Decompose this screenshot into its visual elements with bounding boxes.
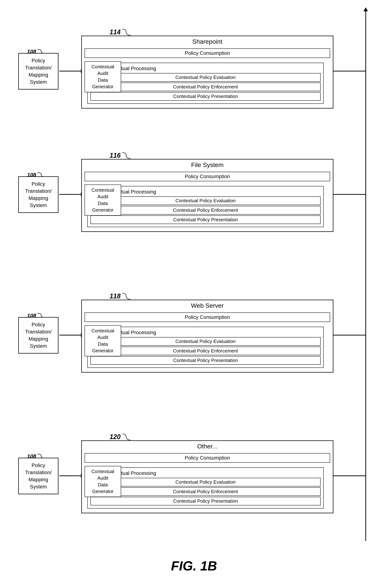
inner-box-2-1: Contextual Policy Evaluation [90,196,321,205]
main-box-other: Other... Policy Consumption Local Contex… [81,440,333,513]
label-curve-114 [121,29,132,36]
section-label-120: 120 [110,433,121,441]
cadg-box-1: ContextualAuditDataGenerator [85,61,121,92]
diagram-container: 114 108 PolicyTranslation/MappingSystem … [0,0,388,588]
section-label-118: 118 [110,292,121,300]
inner-box-4-3: Contextual Policy Presentation [90,497,321,505]
policy-consumption-1: Policy Consumption [85,49,330,58]
h-connector-3 [333,335,366,336]
label-curve-118 [121,293,132,300]
policy-consumption-3: Policy Consumption [85,313,330,322]
ptms-box-4: PolicyTranslation/MappingSystem [18,458,58,494]
lcp-container-4: Local Contextual Processing Contextual P… [87,467,324,509]
section-label-114: 114 [110,28,121,36]
arrow-ptms-to-main-2 [59,194,81,195]
section-label-116: 116 [110,152,121,159]
label-curve-120 [121,434,132,441]
inner-box-1-2: Contextual Policy Enforcement [90,83,321,91]
ptms-box-2: PolicyTranslation/MappingSystem [18,176,58,213]
inner-box-1-3: Contextual Policy Presentation [90,92,321,101]
h-connector-4 [333,475,366,476]
webserver-title: Web Server [82,300,333,311]
lcp-container-1: Local Contextual Processing Contextual P… [87,63,324,104]
figure-label: FIG. 1B [0,558,388,573]
lcp-container-2: Local Contextual Processing Contextual P… [87,186,324,227]
lcp-title-1: Local Contextual Processing [90,65,321,72]
arrow-ptms-to-main-3 [59,335,81,336]
lcp-container-3: Local Contextual Processing Contextual P… [87,327,324,368]
label-curve-116 [121,152,132,160]
inner-box-1-1: Contextual Policy Evaluation [90,73,321,82]
arrow-ptms-to-main-4 [59,475,81,476]
sharepoint-title: Sharepoint [82,36,333,47]
lcp-title-2: Local Contextual Processing [90,188,321,196]
filesystem-title: File System [82,160,333,170]
vertical-arrow [365,11,366,541]
inner-box-3-2: Contextual Policy Enforcement [90,347,321,355]
cadg-box-2: ContextualAuditDataGenerator [85,185,121,216]
main-box-filesystem: File System Policy Consumption Local Con… [81,159,333,232]
cadg-box-4: ContextualAuditDataGenerator [85,466,121,497]
arrow-ptms-to-main-1 [59,71,81,72]
inner-box-3-1: Contextual Policy Evaluation [90,337,321,346]
main-box-sharepoint: Sharepoint Policy Consumption Local Cont… [81,36,333,109]
lcp-title-4: Local Contextual Processing [90,470,321,477]
inner-box-4-2: Contextual Policy Enforcement [90,487,321,496]
h-connector-2 [333,194,366,195]
lcp-title-3: Local Contextual Processing [90,329,321,336]
ptms-box-3: PolicyTranslation/MappingSystem [18,317,58,354]
cadg-box-3: ContextualAuditDataGenerator [85,325,121,356]
policy-consumption-2: Policy Consumption [85,172,330,181]
ptms-box-1: PolicyTranslation/MappingSystem [18,53,58,90]
other-title: Other... [82,441,333,452]
inner-box-3-3: Contextual Policy Presentation [90,356,321,365]
policy-consumption-4: Policy Consumption [85,453,330,463]
main-box-webserver: Web Server Policy Consumption Local Cont… [81,300,333,372]
h-connector-1 [333,71,366,72]
inner-box-2-3: Contextual Policy Presentation [90,216,321,224]
inner-box-4-1: Contextual Policy Evaluation [90,478,321,486]
inner-box-2-2: Contextual Policy Enforcement [90,206,321,215]
